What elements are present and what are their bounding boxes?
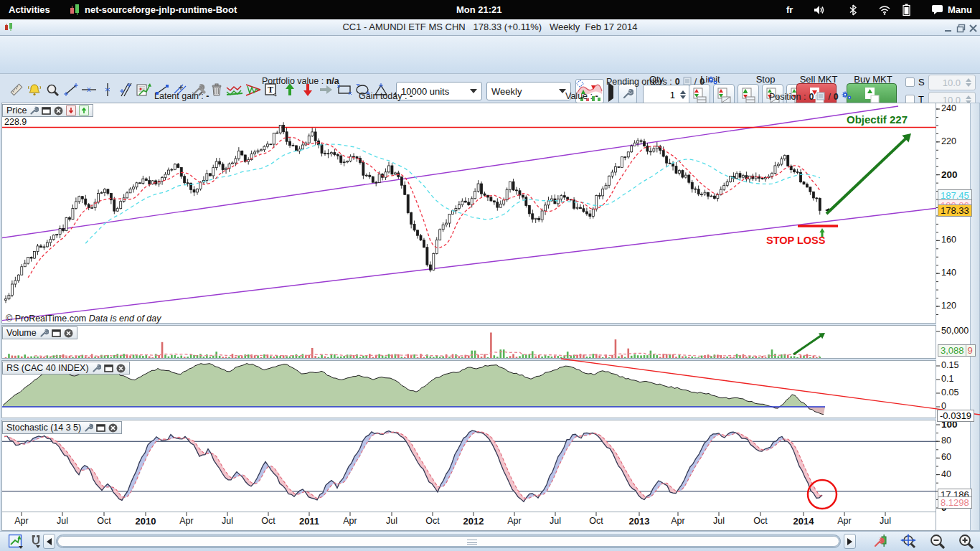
time-axis-label: 2013 <box>629 516 650 527</box>
time-axis-label: Jul <box>57 516 68 526</box>
close-icon[interactable] <box>54 106 63 116</box>
screen: Activities net-sourceforge-jnlp-runtime-… <box>0 0 980 551</box>
price-panel-title: Price <box>6 105 27 116</box>
time-axis-label: Apr <box>14 516 28 526</box>
time-axis-label: 2010 <box>136 516 156 527</box>
wrench-icon[interactable] <box>29 106 39 116</box>
time-axis-label: Oct <box>261 516 275 526</box>
axis-tick-label: 80 <box>941 435 951 446</box>
time-axis-label: Oct <box>589 516 603 526</box>
rs-value-label: -0.0319 <box>937 410 974 422</box>
time-axis-label: Oct <box>753 516 767 526</box>
time-axis-label: Apr <box>343 516 357 526</box>
stop-loss-annotation[interactable]: STOP LOSS <box>766 235 825 246</box>
time-axis-label: Jul <box>550 516 561 526</box>
time-axis-label: Jul <box>713 516 725 526</box>
time-axis-label: Jul <box>880 516 891 526</box>
price-panel-tab: Price <box>2 104 93 117</box>
close-icon[interactable] <box>116 364 126 373</box>
time-axis-label: Apr <box>671 516 684 526</box>
close-icon[interactable] <box>64 329 73 338</box>
copyright-label: © ProRealTime.com Data is end of day <box>6 314 161 324</box>
move-up-icon[interactable] <box>79 105 89 116</box>
axis-tick-label: 50,000 <box>941 326 969 336</box>
time-axis-label: 2011 <box>299 516 319 527</box>
wrench-icon[interactable] <box>84 423 93 433</box>
objective-annotation[interactable]: Objectif 227 <box>847 113 908 126</box>
wrench-icon[interactable] <box>92 364 101 373</box>
time-axis-label: 2012 <box>463 516 484 527</box>
time-axis-label: Oct <box>425 516 439 526</box>
axis-tick-label: 240 <box>941 103 956 113</box>
volume-value-label: 3,0889 <box>938 344 976 357</box>
volume-panel-tab: Volume <box>2 326 77 339</box>
price-level-label: 178.33 <box>938 204 972 217</box>
time-axis-label: Jul <box>386 516 397 526</box>
axis-tick-label: 0.1 <box>941 374 953 384</box>
rs-panel-title: RS (CAC 40 INDEX) <box>6 363 89 373</box>
close-icon[interactable] <box>108 423 118 433</box>
detach-window-icon[interactable] <box>104 364 113 373</box>
stochastic-panel-title: Stochastic (14 3 5) <box>6 423 81 433</box>
axis-tick-label: 160 <box>941 235 956 245</box>
axis-tick-label: 120 <box>941 301 956 311</box>
axis-tick-label: 0.15 <box>941 360 958 370</box>
move-down-icon[interactable] <box>66 105 76 116</box>
detach-window-icon[interactable] <box>52 329 61 338</box>
time-axis-label: Apr <box>179 516 193 526</box>
detach-window-icon[interactable] <box>42 106 51 116</box>
axis-tick-label: 40 <box>941 469 951 479</box>
axis-tick-label: 200 <box>941 169 958 180</box>
time-axis-label: Apr <box>507 516 521 526</box>
time-axis-label: Oct <box>97 516 110 526</box>
time-axis-label: Jul <box>222 516 233 526</box>
volume-panel-title: Volume <box>6 328 37 338</box>
wrench-icon[interactable] <box>39 329 49 338</box>
stochastic-panel-tab: Stochastic (14 3 5) <box>2 421 122 434</box>
time-axis-label: Apr <box>837 516 851 526</box>
rs-panel-tab: RS (CAC 40 INDEX) <box>2 362 130 375</box>
detach-window-icon[interactable] <box>96 423 105 433</box>
stochastic-value-label: 8.1298 <box>938 496 972 509</box>
axis-tick-label: 60 <box>941 452 951 462</box>
time-axis-label: 2014 <box>793 516 814 527</box>
axis-tick-label: 140 <box>941 268 956 278</box>
resistance-price-label: 228.9 <box>4 117 27 127</box>
axis-tick-label: 0.05 <box>941 387 958 397</box>
chart-canvas[interactable] <box>0 0 980 551</box>
axis-tick-label: 220 <box>941 136 956 146</box>
